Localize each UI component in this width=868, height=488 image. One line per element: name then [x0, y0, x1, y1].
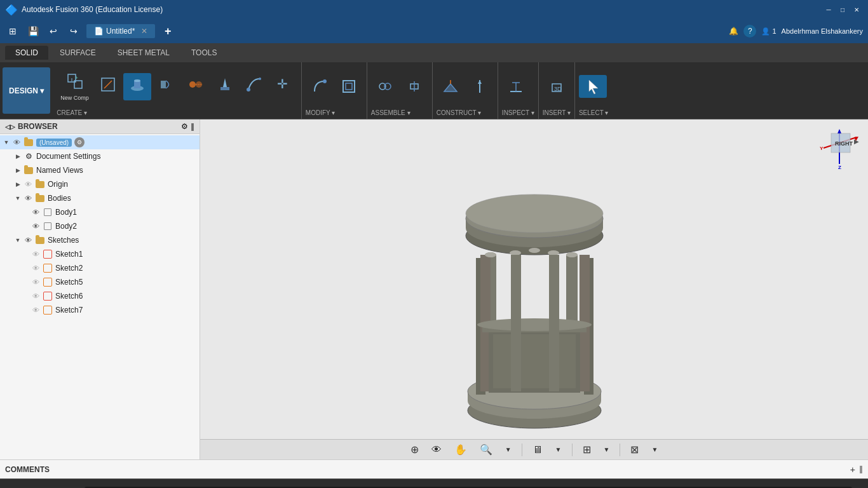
tree-item-sketch1[interactable]: 👁 Sketch1: [0, 247, 200, 261]
select-label[interactable]: SELECT ▾: [579, 108, 609, 116]
extrude-button[interactable]: [123, 73, 151, 100]
fillet-button[interactable]: [306, 75, 334, 98]
minimize-button[interactable]: ─: [822, 3, 835, 16]
grid-dropdown[interactable]: ▼: [599, 444, 615, 455]
joint-button[interactable]: [371, 75, 399, 98]
undo-icon[interactable]: ↩: [46, 24, 61, 39]
motion-button[interactable]: [400, 75, 428, 98]
grid-button[interactable]: ⊞: [578, 442, 596, 458]
tab-tools[interactable]: TOOLS: [181, 46, 227, 60]
viewport[interactable]: Z Y RIGHT ▶ ⊕ 👁 ✋ 🔍 ▼ 🖥 ▼ ⊞ ▼: [200, 119, 868, 459]
tab-solid[interactable]: SOLID: [5, 46, 48, 60]
pan-button[interactable]: ✋: [449, 442, 472, 458]
display-dropdown[interactable]: ▼: [550, 444, 567, 455]
assemble-tools: [371, 65, 428, 108]
body1-label: Body1: [55, 208, 77, 217]
ribbon-section-insert: 3D INSERT ▾: [539, 62, 575, 119]
ribbon: DESIGN ▾ + New Comp: [0, 62, 868, 119]
tree-item-root[interactable]: ▼ 👁 (Unsaved) ⚙: [0, 135, 200, 149]
tree-item-body1[interactable]: 👁 Body1: [0, 205, 200, 219]
file-icon: 📄: [94, 27, 104, 36]
design-dropdown[interactable]: DESIGN ▾: [3, 67, 50, 114]
browser-header: ◁▷ BROWSER ⚙ ‖: [0, 119, 200, 134]
tree-item-sketch6[interactable]: 👁 Sketch6: [0, 289, 200, 303]
insert-button[interactable]: 3D: [543, 75, 571, 98]
tree-item-sketches[interactable]: ▼ 👁 Sketches: [0, 233, 200, 247]
tree-item-bodies[interactable]: ▼ 👁 Bodies: [0, 191, 200, 205]
sketch5-eye[interactable]: 👁: [31, 277, 41, 287]
svg-point-57: [485, 252, 496, 257]
sketch6-eye[interactable]: 👁: [31, 291, 41, 301]
select-button[interactable]: [579, 75, 607, 98]
body2-eye[interactable]: 👁: [31, 221, 41, 231]
tree-item-doc-settings[interactable]: ▶ ⚙ Document Settings: [0, 149, 200, 163]
orbit-button[interactable]: ⊕: [405, 442, 424, 458]
notification-icon[interactable]: 🔔: [729, 27, 738, 36]
nav-cube[interactable]: Z Y RIGHT ▶: [817, 126, 862, 170]
env-dropdown[interactable]: ▼: [646, 444, 663, 455]
sketch2-eye[interactable]: 👁: [31, 263, 41, 273]
svg-text:3D: 3D: [554, 86, 562, 92]
body1-eye[interactable]: 👁: [31, 207, 41, 217]
environment-button[interactable]: ⊠: [625, 442, 644, 458]
look-at-button[interactable]: 👁: [426, 442, 447, 458]
redo-icon[interactable]: ↪: [66, 24, 81, 39]
display-mode-button[interactable]: 🖥: [527, 442, 548, 458]
pattern-button[interactable]: [182, 73, 210, 100]
tree-item-body2[interactable]: 👁 Body2: [0, 219, 200, 233]
origin-eye[interactable]: 👁: [23, 179, 33, 189]
tree-item-sketch7[interactable]: 👁 Sketch7: [0, 303, 200, 317]
browser-settings-icon[interactable]: ⚙: [181, 122, 188, 131]
move-icon: ✛: [275, 76, 292, 97]
sketch7-eye[interactable]: 👁: [31, 305, 41, 315]
save-icon[interactable]: 💾: [25, 24, 41, 39]
create-sketch-button[interactable]: [94, 73, 122, 100]
tab-surface[interactable]: SURFACE: [50, 46, 106, 60]
plane-button[interactable]: [437, 75, 465, 98]
sweep-button[interactable]: [240, 73, 268, 100]
construct-label[interactable]: CONSTRUCT ▾: [437, 108, 494, 116]
comments-add-icon[interactable]: +: [850, 464, 855, 475]
create-label[interactable]: CREATE ▾: [57, 108, 297, 116]
browser-pin-icon[interactable]: ‖: [191, 122, 194, 131]
modify-label[interactable]: MODIFY ▾: [306, 108, 363, 116]
comments-collapse-icon[interactable]: ‖: [859, 464, 863, 475]
help-icon[interactable]: ?: [743, 25, 756, 37]
bodies-eye[interactable]: 👁: [23, 193, 33, 203]
svg-point-60: [510, 250, 521, 255]
tree-item-sketch2[interactable]: 👁 Sketch2: [0, 261, 200, 275]
revolve-button[interactable]: [153, 73, 180, 100]
browser-collapse-icon[interactable]: ◁▷: [5, 123, 15, 130]
tree-item-named-views[interactable]: ▶ Named Views: [0, 163, 200, 177]
measure-button[interactable]: [502, 75, 530, 98]
svg-point-16: [259, 78, 261, 80]
loft-button[interactable]: [211, 73, 239, 100]
inspect-label[interactable]: INSPECT ▾: [502, 108, 534, 116]
close-button[interactable]: ✕: [850, 3, 863, 16]
root-settings-icon[interactable]: ⚙: [74, 137, 85, 147]
file-tab-close[interactable]: ✕: [141, 27, 147, 36]
new-tab-icon[interactable]: +: [160, 24, 175, 39]
zoom-dropdown[interactable]: ▼: [500, 444, 517, 455]
svg-marker-14: [223, 78, 227, 87]
tree-item-sketch5[interactable]: 👁 Sketch5: [0, 275, 200, 289]
new-component-button[interactable]: + New Comp: [57, 70, 93, 104]
assemble-label[interactable]: ASSEMBLE ▾: [371, 108, 428, 116]
root-eye[interactable]: 👁: [11, 137, 22, 147]
axis-button[interactable]: [466, 75, 494, 98]
tree-item-origin[interactable]: ▶ 👁 Origin: [0, 177, 200, 191]
zoom-button[interactable]: 🔍: [475, 442, 498, 458]
tab-sheet-metal[interactable]: SHEET METAL: [107, 46, 180, 60]
body2-label: Body2: [55, 222, 77, 231]
grid-icon[interactable]: ⊞: [5, 24, 20, 39]
move-button[interactable]: ✛: [269, 73, 297, 100]
named-views-arrow: ▶: [13, 167, 23, 173]
insert-label[interactable]: INSERT ▾: [543, 108, 571, 116]
sketches-eye[interactable]: 👁: [23, 235, 33, 245]
shell-button[interactable]: [335, 75, 363, 98]
header-right: 🔔 ? 👤 1 Abdelrhman Elshakankery: [729, 25, 863, 37]
root-folder-icon: [23, 137, 34, 148]
maximize-button[interactable]: □: [836, 3, 849, 16]
sketch1-eye[interactable]: 👁: [31, 249, 41, 259]
file-tab[interactable]: 📄 Untitled* ✕: [86, 24, 155, 38]
